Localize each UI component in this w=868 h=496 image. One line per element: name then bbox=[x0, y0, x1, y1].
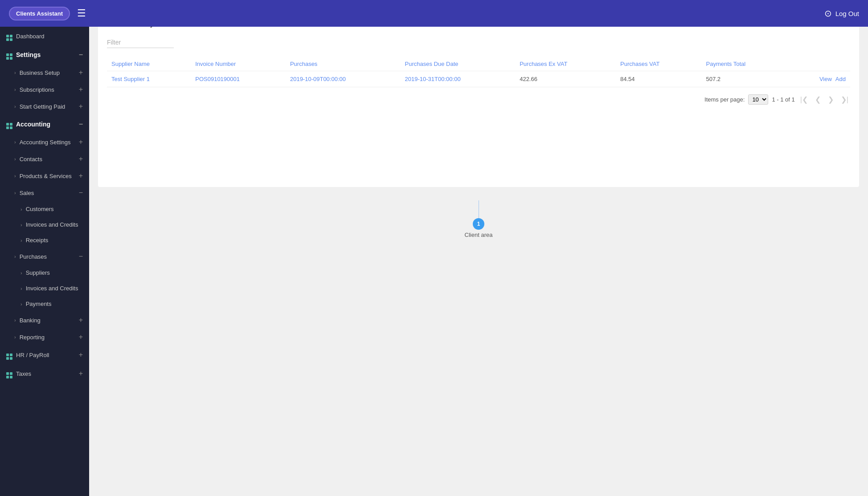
supplier-name-link[interactable]: Test Supplier 1 bbox=[111, 76, 150, 82]
sidebar-item-settings[interactable]: Settings − bbox=[0, 45, 89, 64]
invoices-credits-sales-chevron bbox=[20, 222, 22, 228]
col-purchases-ex-vat: Purchases Ex VAT bbox=[515, 57, 616, 71]
pagination-range: 1 - 1 of 1 bbox=[772, 96, 794, 103]
sidebar-label-sales: Sales bbox=[20, 190, 34, 196]
pagination-next[interactable]: ❯ bbox=[826, 94, 835, 105]
start-getting-paid-expand: + bbox=[79, 102, 83, 110]
settings-collapse-icon: − bbox=[79, 51, 83, 59]
col-actions bbox=[787, 57, 850, 71]
sidebar-label-settings: Settings bbox=[16, 51, 41, 58]
cell-purchases: 2019-10-09T00:00:00 bbox=[286, 71, 401, 87]
vertical-line bbox=[479, 200, 479, 218]
client-bubble[interactable]: 1 bbox=[473, 218, 484, 230]
sidebar-label-reporting: Reporting bbox=[20, 334, 45, 341]
pagination-first[interactable]: |❮ bbox=[798, 94, 810, 105]
cell-purchases-due-date: 2019-10-31T00:00:00 bbox=[401, 71, 516, 87]
logout-button[interactable]: ⊙ Log Out bbox=[824, 8, 859, 19]
sidebar-item-purchases[interactable]: Purchases − bbox=[0, 248, 89, 265]
banking-chevron bbox=[14, 317, 16, 323]
subscriptions-chevron bbox=[14, 87, 16, 92]
sidebar-item-business-setup[interactable]: Business Setup + bbox=[0, 64, 89, 81]
pagination-last[interactable]: ❯| bbox=[839, 94, 850, 105]
filter-input[interactable] bbox=[107, 37, 174, 48]
sidebar-item-subscriptions[interactable]: Subscriptions + bbox=[0, 81, 89, 98]
col-invoice-number: Invoice Number bbox=[191, 57, 286, 71]
purchases-date-link[interactable]: 2019-10-09T00:00:00 bbox=[290, 76, 346, 82]
sidebar-item-taxes[interactable]: Taxes + bbox=[0, 364, 89, 383]
sidebar-item-banking[interactable]: Banking + bbox=[0, 312, 89, 329]
products-services-expand: + bbox=[79, 172, 83, 180]
header-left: Clients Assistant ☰ bbox=[9, 7, 86, 20]
logo: Clients Assistant bbox=[9, 7, 70, 20]
sidebar-item-invoices-credits-purchases[interactable]: Invoices and Credits bbox=[0, 281, 89, 296]
payments-chevron bbox=[20, 301, 22, 307]
business-setup-chevron bbox=[14, 70, 16, 75]
sidebar-item-sales[interactable]: Sales − bbox=[0, 184, 89, 201]
sidebar-item-payments[interactable]: Payments bbox=[0, 296, 89, 312]
sidebar-label-dashboard: Dashboard bbox=[16, 33, 45, 40]
sidebar-item-products-services[interactable]: Products & Services + bbox=[0, 167, 89, 184]
bottom-area: 1 Client area bbox=[89, 196, 868, 247]
table-header-row: Supplier Name Invoice Number Purchases P… bbox=[107, 57, 850, 71]
subscriptions-expand: + bbox=[79, 85, 83, 94]
sidebar-item-accounting[interactable]: Accounting − bbox=[0, 115, 89, 134]
purchases-chevron bbox=[14, 254, 16, 259]
sidebar-label-accounting-settings: Accounting Settings bbox=[20, 139, 71, 146]
sidebar-item-hr-payroll[interactable]: HR / PayRoll + bbox=[0, 346, 89, 364]
accounting-collapse-icon: − bbox=[79, 120, 83, 128]
items-per-page-label: Items per page: bbox=[704, 96, 745, 103]
purchases-collapse-icon: − bbox=[79, 252, 83, 260]
col-supplier-name: Supplier Name bbox=[107, 57, 191, 71]
sidebar-item-customers[interactable]: Customers bbox=[0, 201, 89, 217]
settings-icon bbox=[6, 50, 12, 60]
contacts-chevron bbox=[14, 156, 16, 162]
cell-actions: View Add bbox=[787, 71, 850, 87]
sidebar-label-contacts: Contacts bbox=[20, 156, 42, 163]
sidebar-item-reporting[interactable]: Reporting + bbox=[0, 329, 89, 346]
sidebar-item-suppliers[interactable]: Suppliers bbox=[0, 265, 89, 281]
pagination-prev[interactable]: ❮ bbox=[813, 94, 823, 105]
sidebar-item-invoices-credits-sales[interactable]: Invoices and Credits bbox=[0, 217, 89, 232]
receipts-chevron bbox=[20, 238, 22, 243]
sidebar-item-start-getting-paid[interactable]: Start Getting Paid + bbox=[0, 98, 89, 115]
accounting-settings-chevron bbox=[14, 139, 16, 145]
cell-invoice-number: POS0910190001 bbox=[191, 71, 286, 87]
sidebar-label-customers: Customers bbox=[26, 206, 54, 212]
col-payments-total: Payments Total bbox=[702, 57, 788, 71]
hamburger-menu[interactable]: ☰ bbox=[77, 8, 86, 19]
logout-label: Log Out bbox=[835, 10, 859, 17]
hr-payroll-icon bbox=[6, 350, 12, 360]
contacts-expand: + bbox=[79, 155, 83, 163]
sidebar-label-subscriptions: Subscriptions bbox=[20, 86, 54, 93]
main-content: Browse Payments For Purchases Invoices S… bbox=[89, 0, 868, 196]
sidebar-label-invoices-credits-purchases: Invoices and Credits bbox=[26, 285, 78, 292]
filter-section bbox=[107, 37, 850, 48]
invoices-credits-purchases-chevron bbox=[20, 286, 22, 291]
sidebar-item-accounting-settings[interactable]: Accounting Settings + bbox=[0, 134, 89, 150]
dashboard-icon bbox=[6, 31, 12, 41]
suppliers-chevron bbox=[20, 270, 22, 276]
sidebar-item-dashboard[interactable]: Dashboard bbox=[0, 27, 89, 45]
pagination: Items per page: 5 10 25 50 1 - 1 of 1 |❮… bbox=[107, 94, 850, 105]
hr-payroll-expand: + bbox=[79, 351, 83, 359]
data-table: Supplier Name Invoice Number Purchases P… bbox=[107, 57, 850, 87]
sidebar-label-hr-payroll: HR / PayRoll bbox=[16, 352, 49, 358]
business-setup-expand: + bbox=[79, 69, 83, 77]
sidebar-label-receipts: Receipts bbox=[26, 237, 49, 244]
sidebar-item-contacts[interactable]: Contacts + bbox=[0, 150, 89, 167]
items-per-page-select[interactable]: 5 10 25 50 bbox=[748, 94, 768, 105]
cell-payments-total: 507.2 bbox=[702, 71, 788, 87]
sidebar-label-banking: Banking bbox=[20, 317, 41, 324]
sidebar-label-accounting: Accounting bbox=[16, 121, 50, 128]
sidebar-label-invoices-credits-sales: Invoices and Credits bbox=[26, 221, 78, 228]
add-action-link[interactable]: Add bbox=[835, 76, 846, 82]
view-action-link[interactable]: View bbox=[819, 76, 832, 82]
sidebar-item-receipts[interactable]: Receipts bbox=[0, 232, 89, 248]
top-header: Clients Assistant ☰ ⊙ Log Out bbox=[0, 0, 868, 27]
sidebar-label-taxes: Taxes bbox=[16, 370, 31, 377]
purchases-due-date-link[interactable]: 2019-10-31T00:00:00 bbox=[405, 76, 461, 82]
invoice-number-link[interactable]: POS0910190001 bbox=[195, 76, 240, 82]
sidebar-label-start-getting-paid: Start Getting Paid bbox=[20, 103, 66, 110]
sidebar-label-products-services: Products & Services bbox=[20, 173, 72, 179]
col-purchases-vat: Purchases VAT bbox=[616, 57, 702, 71]
